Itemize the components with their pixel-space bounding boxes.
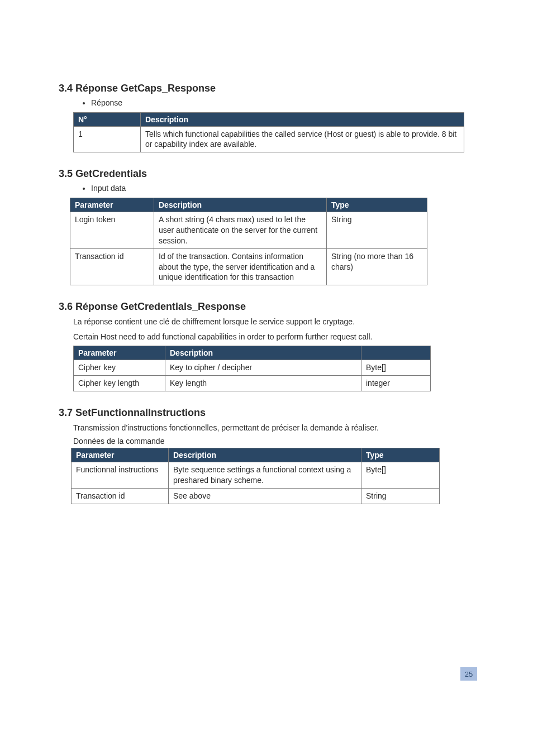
- cell-param: Login token: [70, 212, 154, 248]
- table-getcredentials-response: Parameter Description Cipher key Key to …: [73, 346, 431, 391]
- cell-type: String: [361, 488, 440, 504]
- th-desc: Description: [169, 448, 361, 462]
- table-header-row: N° Description: [74, 112, 464, 126]
- table-getcaps-response: N° Description 1 Tells which functional …: [73, 112, 464, 153]
- table-row: Cipher key length Key length integer: [74, 375, 431, 391]
- cell-desc: See above: [169, 488, 361, 504]
- cell-param: Cipher key: [74, 360, 165, 375]
- table-header-row: Parameter Description: [74, 346, 431, 360]
- th-type: [361, 346, 431, 360]
- section3-body2: Certain Host need to add functional capa…: [73, 331, 469, 342]
- table-header-row: Parameter Description Type: [70, 198, 427, 212]
- cell-type: integer: [361, 375, 431, 391]
- table-setfunctionalinstructions: Parameter Description Type Functionnal i…: [71, 448, 440, 504]
- cell-desc: Key length: [165, 375, 361, 391]
- section-title-3: 3.6 Réponse GetCredentials_Response: [59, 301, 474, 313]
- table-row: Cipher key Key to cipher / decipher Byte…: [74, 360, 431, 375]
- table-getcredentials: Parameter Description Type Login token A…: [70, 198, 427, 285]
- table-row: 1 Tells which functional capabilities th…: [74, 126, 464, 152]
- cell-desc: Key to cipher / decipher: [165, 360, 361, 375]
- cell-param: Functionnal instructions: [72, 462, 169, 488]
- cell-desc: A short string (4 chars max) used to let…: [154, 212, 327, 248]
- cell-type: Byte[]: [361, 360, 431, 375]
- table-row: Functionnal instructions Byte sequence s…: [72, 462, 440, 488]
- section-title-1: 3.4 Réponse GetCaps_Response: [59, 83, 474, 94]
- th-type: Type: [327, 198, 427, 212]
- section1-intro: Réponse: [91, 98, 474, 109]
- cell-type: String (no more than 16 chars): [327, 248, 427, 285]
- cell-type: Byte[]: [361, 462, 440, 488]
- th-param: Parameter: [72, 448, 169, 462]
- cell-desc: Id of the transaction. Contains informat…: [154, 248, 327, 285]
- section3-body1: La réponse contient une clé de chiffreme…: [73, 316, 469, 327]
- th-param: Parameter: [70, 198, 154, 212]
- section-title-4: 3.7 SetFunctionnalInstructions: [59, 407, 474, 419]
- cell-param: Cipher key length: [74, 375, 165, 391]
- section4-body1: Transmission d'instructions fonctionnell…: [73, 422, 469, 433]
- table-row: Transaction id See above String: [72, 488, 440, 504]
- cell-num: 1: [74, 126, 141, 152]
- section4-caption: Données de la commande: [73, 437, 474, 446]
- table-row: Login token A short string (4 chars max)…: [70, 212, 427, 248]
- table-row: Transaction id Id of the transaction. Co…: [70, 248, 427, 285]
- cell-desc: Tells which functional capabilities the …: [141, 126, 464, 152]
- th-num: N°: [74, 112, 141, 126]
- cell-type: String: [327, 212, 427, 248]
- th-param: Parameter: [74, 346, 165, 360]
- th-desc: Description: [141, 112, 464, 126]
- cell-desc: Byte sequence settings a functional cont…: [169, 462, 361, 488]
- th-type: Type: [361, 448, 440, 462]
- cell-param: Transaction id: [72, 488, 169, 504]
- page-number: 25: [460, 667, 477, 681]
- section-title-2: 3.5 GetCredentials: [59, 168, 474, 180]
- section2-intro: Input data: [91, 183, 474, 194]
- table-header-row: Parameter Description Type: [72, 448, 440, 462]
- th-desc: Description: [154, 198, 327, 212]
- th-desc: Description: [165, 346, 361, 360]
- cell-param: Transaction id: [70, 248, 154, 285]
